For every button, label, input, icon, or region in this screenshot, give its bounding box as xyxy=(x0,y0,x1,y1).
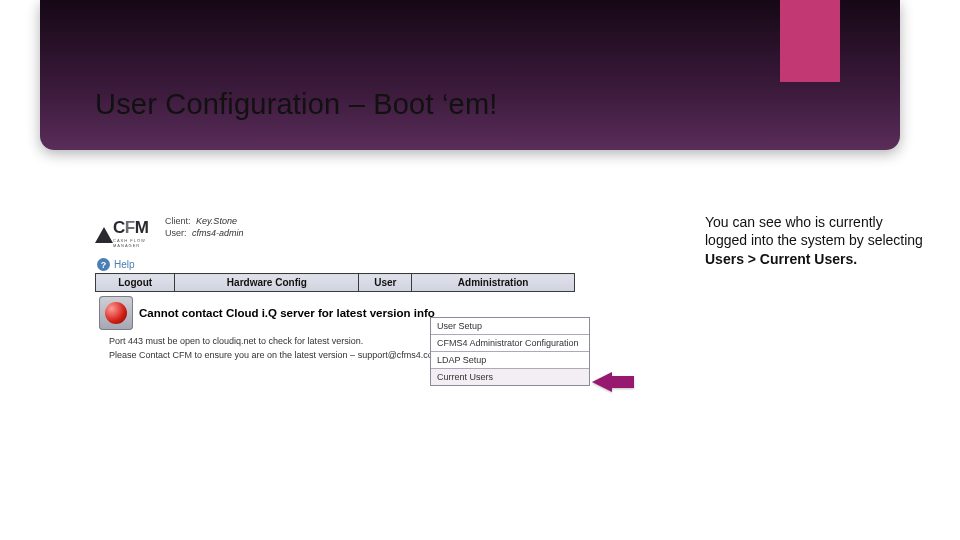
help-label: Help xyxy=(114,259,135,270)
accent-tab xyxy=(780,0,840,82)
slide-header-band xyxy=(40,0,900,150)
topnav: Logout Hardware Config User Administrati… xyxy=(95,273,575,292)
status-main: Cannot contact Cloud i.Q server for late… xyxy=(139,307,435,319)
cfm-logo: CFM CASH FLOW MANAGER xyxy=(95,214,159,252)
help-icon: ? xyxy=(97,258,110,271)
user-value: cfms4-admin xyxy=(192,228,244,238)
nav-logout[interactable]: Logout xyxy=(96,274,175,292)
dropdown-user-setup[interactable]: User Setup xyxy=(431,318,589,335)
nav-hardware-config[interactable]: Hardware Config xyxy=(175,274,359,292)
client-label: Client: xyxy=(165,216,191,226)
pointer-arrow-icon xyxy=(592,372,612,392)
nav-user[interactable]: User xyxy=(359,274,412,292)
caption-text: You can see who is currently logged into… xyxy=(705,214,923,248)
dropdown-ldap-setup[interactable]: LDAP Setup xyxy=(431,352,589,369)
user-label: User: xyxy=(165,228,187,238)
user-dropdown: User Setup CFMS4 Administrator Configura… xyxy=(430,317,590,386)
caption-bold: Users > Current Users. xyxy=(705,251,857,267)
app-screenshot: CFM CASH FLOW MANAGER Client: Key.Stone … xyxy=(95,214,605,439)
client-value: Key.Stone xyxy=(196,216,237,226)
dropdown-current-users[interactable]: Current Users xyxy=(431,369,589,385)
power-icon xyxy=(99,296,133,330)
slide-title: User Configuration – Boot ‘em! xyxy=(95,88,498,121)
help-link[interactable]: ? Help xyxy=(97,258,605,271)
nav-administration[interactable]: Administration xyxy=(412,274,575,292)
dropdown-admin-config[interactable]: CFMS4 Administrator Configuration xyxy=(431,335,589,352)
caption: You can see who is currently logged into… xyxy=(705,213,925,268)
